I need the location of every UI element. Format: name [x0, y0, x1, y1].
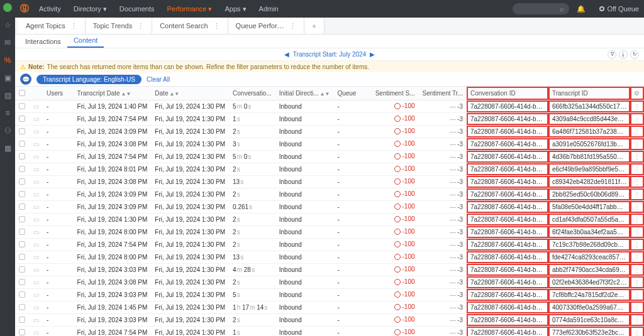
nav-admin[interactable]: Admin	[254, 5, 284, 13]
table-row[interactable]: ▭-Fri, Jul 19, 2024 1:40 PMFri, Jul 19, …	[15, 100, 644, 113]
col-transcript-id[interactable]: Transcript ID	[548, 87, 630, 100]
logo-icon[interactable]: ⓖ	[20, 3, 29, 14]
row-menu-icon[interactable]: ⋮	[634, 153, 640, 160]
date-prev-icon[interactable]: ◀	[284, 51, 289, 58]
row-menu-icon[interactable]: ⋮	[634, 229, 640, 236]
col-queue[interactable]: Queue	[333, 87, 371, 100]
row-menu-icon[interactable]: ⋮	[634, 178, 640, 185]
save-icon[interactable]: ⭳	[619, 50, 628, 59]
row-checkbox[interactable]	[19, 166, 25, 172]
date-next-icon[interactable]: ▶	[370, 51, 375, 58]
row-checkbox[interactable]	[19, 329, 25, 335]
tab-topic-trends[interactable]: Topic Trends⋮	[86, 18, 152, 34]
nav-activity[interactable]: Activity	[34, 5, 66, 13]
table-row[interactable]: ▭-Fri, Jul 19, 2024 1:30 PMFri, Jul 19, …	[15, 214, 644, 226]
row-menu-icon[interactable]: ⋮	[634, 116, 640, 122]
table-row[interactable]: ▭-Fri, Jul 19, 2024 3:09 PMFri, Jul 19, …	[15, 126, 644, 138]
bell-icon[interactable]: 🔔	[577, 5, 586, 13]
row-checkbox[interactable]	[19, 191, 25, 197]
col-conversation-id[interactable]: Conversation ID	[467, 87, 548, 100]
table-row[interactable]: ▭-Fri, Jul 19, 2024 3:03 PMFri, Jul 19, …	[15, 264, 644, 276]
row-checkbox[interactable]	[19, 203, 25, 210]
table-row[interactable]: ▭-Fri, Jul 19, 2024 7:54 PMFri, Jul 19, …	[15, 113, 644, 126]
row-checkbox[interactable]	[19, 229, 25, 235]
row-menu-icon[interactable]: ⋮	[634, 128, 640, 135]
table-row[interactable]: ▭-Fri, Jul 19, 2024 8:01 PMFri, Jul 19, …	[15, 163, 644, 176]
row-checkbox[interactable]	[19, 103, 25, 109]
table-row[interactable]: ▭-Fri, Jul 19, 2024 3:08 PMFri, Jul 19, …	[15, 176, 644, 188]
grid-icon[interactable]: ▦	[3, 144, 12, 153]
row-menu-icon[interactable]: ⋮	[634, 141, 640, 148]
subtab-interactions[interactable]: Interactions	[19, 35, 67, 48]
table-row[interactable]: ▭-Fri, Jul 19, 2024 8:00 PMFri, Jul 19, …	[15, 251, 644, 264]
row-menu-icon[interactable]: ⋮	[634, 191, 640, 198]
row-menu-icon[interactable]: ⋮	[634, 166, 640, 173]
row-checkbox[interactable]	[19, 241, 25, 247]
col-transcript-date[interactable]: Transcript Date▲▼	[74, 87, 152, 100]
row-checkbox[interactable]	[19, 266, 25, 273]
row-menu-icon[interactable]: ⋮	[634, 103, 640, 110]
row-checkbox[interactable]	[19, 254, 25, 260]
star-icon[interactable]: ☆	[3, 21, 12, 30]
row-checkbox[interactable]	[19, 279, 25, 285]
inbox-icon[interactable]: ✉	[3, 38, 12, 47]
row-checkbox[interactable]	[19, 216, 25, 222]
col-sentiment-trend[interactable]: Sentiment Tr...	[419, 87, 467, 100]
tab-agent-topics[interactable]: Agent Topics⋮	[18, 18, 86, 34]
nav-apps[interactable]: Apps▾	[219, 5, 251, 13]
col-date[interactable]: Date▲▼	[151, 87, 229, 100]
table-row[interactable]: ▭-Fri, Jul 19, 2024 7:54 PMFri, Jul 19, …	[15, 327, 644, 337]
table-row[interactable]: ▭-Fri, Jul 19, 2024 3:03 PMFri, Jul 19, …	[15, 289, 644, 301]
row-menu-icon[interactable]: ⋮	[634, 304, 640, 311]
tab-add[interactable]: ＋	[304, 18, 325, 34]
reset-icon[interactable]: ↻	[630, 50, 639, 59]
row-menu-icon[interactable]: ⋮	[634, 329, 640, 336]
row-menu-icon[interactable]: ⋮	[634, 241, 640, 248]
table-row[interactable]: ▭-Fri, Jul 19, 2024 3:09 PMFri, Jul 19, …	[15, 201, 644, 214]
row-menu-icon[interactable]: ⋮	[634, 254, 640, 261]
nav-directory[interactable]: Directory▾	[69, 5, 112, 13]
row-menu-icon[interactable]: ⋮	[634, 291, 640, 298]
col-conversation[interactable]: Conversatio...	[229, 87, 275, 100]
row-menu-icon[interactable]: ⋮	[634, 203, 640, 210]
row-checkbox[interactable]	[19, 153, 25, 160]
table-row[interactable]: ▭-Fri, Jul 19, 2024 3:03 PMFri, Jul 19, …	[15, 314, 644, 327]
row-checkbox[interactable]	[19, 116, 25, 122]
row-menu-icon[interactable]: ⋮	[634, 317, 640, 323]
row-checkbox[interactable]	[19, 317, 25, 323]
col-direction[interactable]: Initial Directi...▲▼	[275, 87, 334, 100]
percent-icon[interactable]: %	[3, 56, 12, 65]
col-sentiment-score[interactable]: Sentiment S...	[372, 87, 419, 100]
tab-queue-perf[interactable]: Queue Perfor…⋮	[228, 18, 304, 34]
table-row[interactable]: ▭-Fri, Jul 19, 2024 3:08 PMFri, Jul 19, …	[15, 138, 644, 151]
table-row[interactable]: ▭-Fri, Jul 19, 2024 3:08 PMFri, Jul 19, …	[15, 276, 644, 289]
row-checkbox[interactable]	[19, 128, 25, 134]
table-row[interactable]: ▭-Fri, Jul 19, 2024 1:45 PMFri, Jul 19, …	[15, 301, 644, 314]
people-icon[interactable]: ⚇	[3, 126, 12, 135]
table-row[interactable]: ▭-Fri, Jul 19, 2024 7:54 PMFri, Jul 19, …	[15, 151, 644, 163]
date-range-label[interactable]: Transcript Start: July 2024	[293, 51, 366, 58]
filter-icon[interactable]: ∇	[608, 50, 616, 59]
nav-performance[interactable]: Performance▾	[162, 5, 218, 13]
row-checkbox[interactable]	[19, 141, 25, 147]
col-users[interactable]: Users	[43, 87, 74, 100]
bookmark-icon[interactable]: ▣	[3, 73, 12, 82]
col-checkbox[interactable]	[15, 87, 30, 100]
table-row[interactable]: ▭-Fri, Jul 19, 2024 8:00 PMFri, Jul 19, …	[15, 226, 644, 239]
list-icon[interactable]: ≡	[3, 109, 12, 117]
clear-all-link[interactable]: Clear All	[147, 76, 170, 83]
row-menu-icon[interactable]: ⋮	[634, 216, 640, 223]
row-checkbox[interactable]	[19, 304, 25, 310]
filter-chip-language[interactable]: Transcript Language: English-US	[36, 75, 142, 84]
table-row[interactable]: ▭-Fri, Jul 19, 2024 3:09 PMFri, Jul 19, …	[15, 188, 644, 201]
subtab-content[interactable]: Content	[67, 34, 104, 48]
row-checkbox[interactable]	[19, 178, 25, 185]
nav-documents[interactable]: Documents	[114, 5, 160, 13]
row-menu-icon[interactable]: ⋮	[634, 279, 640, 286]
row-menu-icon[interactable]: ⋮	[634, 266, 640, 273]
table-row[interactable]: ▭-Fri, Jul 19, 2024 7:54 PMFri, Jul 19, …	[15, 239, 644, 251]
tab-content-search[interactable]: Content Search⋮	[152, 18, 228, 34]
queue-status[interactable]: Off Queue	[599, 5, 639, 13]
col-settings[interactable]: ⚙	[630, 87, 644, 100]
doc-icon[interactable]: ▤	[3, 91, 12, 100]
